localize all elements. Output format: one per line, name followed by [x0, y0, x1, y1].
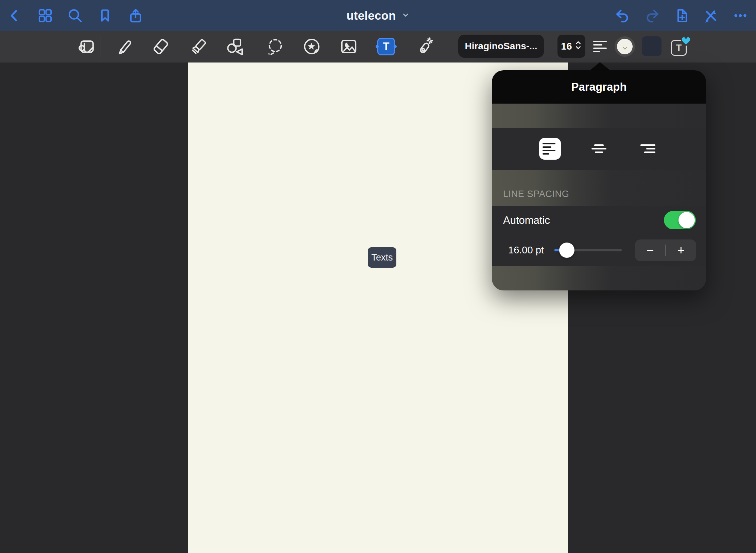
redo-icon	[644, 7, 660, 24]
text-tool-glyph: T	[383, 40, 390, 53]
toggle-knob	[678, 212, 695, 228]
add-page-icon	[674, 7, 690, 24]
share-button[interactable]	[126, 6, 145, 25]
popover-title: Paragraph	[571, 81, 626, 93]
text-tool-selected-box: T	[377, 38, 395, 55]
edit-mode-tool[interactable]	[76, 36, 96, 57]
elements-tool[interactable]	[302, 36, 322, 57]
top-navigation-bar: utelecon	[0, 0, 756, 31]
align-center-icon	[591, 144, 606, 153]
undo-icon	[614, 7, 631, 24]
bookmark-icon	[98, 8, 113, 23]
popover-header: Paragraph	[492, 70, 706, 104]
shapes-tool[interactable]	[225, 36, 245, 57]
undo-button[interactable]	[613, 6, 632, 25]
alignment-options-row	[492, 128, 706, 170]
image-icon	[339, 37, 359, 56]
paragraph-popover: Paragraph LINE SPACING Automatic 16.00 p…	[492, 70, 706, 290]
search-button[interactable]	[65, 6, 85, 25]
highlighter-tool[interactable]	[189, 36, 209, 57]
sticker-star-icon	[302, 37, 322, 56]
text-color-button[interactable]	[615, 36, 635, 57]
back-icon	[7, 8, 22, 23]
spacing-value: 16.00 pt	[508, 234, 544, 266]
line-spacing-slider-row: 16.00 pt − +	[492, 234, 706, 266]
share-icon	[127, 7, 144, 24]
editing-toolbar: T HiraginoSans-... 16 T	[0, 31, 756, 63]
pen-tool[interactable]	[114, 36, 134, 57]
favorite-text-style-button[interactable]: T	[671, 39, 688, 56]
page-title: utelecon	[346, 9, 396, 22]
font-name-button[interactable]: HiraginoSans-...	[458, 35, 544, 58]
paragraph-button[interactable]	[590, 36, 610, 57]
selected-text-object[interactable]: Texts	[368, 247, 396, 268]
lasso-tool[interactable]	[265, 36, 286, 57]
align-left-option[interactable]	[539, 138, 561, 160]
automatic-toggle[interactable]	[664, 211, 696, 229]
selection-handle-right	[394, 45, 397, 48]
lasso-icon	[265, 37, 285, 56]
chevron-down-icon	[622, 47, 628, 54]
laser-pointer-icon	[414, 37, 434, 56]
align-left-icon	[593, 41, 607, 52]
popover-arrow	[589, 62, 611, 71]
selection-handle-left	[376, 45, 379, 48]
selected-text-label: Texts	[371, 252, 393, 263]
align-right-option[interactable]	[637, 138, 659, 160]
popover-spacer-band	[492, 104, 706, 128]
line-spacing-section-band: LINE SPACING	[492, 170, 706, 206]
add-page-button[interactable]	[672, 6, 692, 25]
automatic-row: Automatic	[492, 206, 706, 234]
redo-button[interactable]	[642, 6, 662, 25]
align-right-icon	[640, 144, 655, 153]
bookmark-button[interactable]	[95, 6, 115, 25]
chevron-down-icon	[401, 11, 410, 20]
highlighter-icon	[189, 37, 209, 56]
toolbar-divider	[101, 36, 101, 57]
text-color-swatch	[617, 39, 633, 54]
back-button[interactable]	[5, 6, 24, 25]
document-title-menu[interactable]: utelecon	[346, 0, 410, 31]
font-size-value: 16	[561, 41, 572, 52]
inactive-color-swatch[interactable]	[642, 36, 662, 56]
popover-bottom-band	[492, 266, 706, 290]
font-name-label: HiraginoSans-...	[465, 41, 537, 52]
decrease-spacing-button[interactable]: −	[635, 239, 665, 261]
line-spacing-label: LINE SPACING	[503, 189, 569, 199]
edit-mode-icon	[76, 37, 96, 56]
automatic-label: Automatic	[503, 214, 550, 227]
more-button[interactable]	[731, 6, 750, 25]
font-size-stepper[interactable]: 16	[557, 35, 585, 58]
eraser-icon	[151, 37, 171, 56]
text-tool[interactable]: T	[376, 36, 396, 57]
shapes-icon	[225, 37, 245, 56]
align-center-option[interactable]	[588, 138, 610, 160]
image-tool[interactable]	[339, 36, 359, 57]
spacing-slider-thumb[interactable]	[559, 243, 574, 258]
search-icon	[67, 7, 83, 24]
laser-pointer-tool[interactable]	[414, 36, 434, 57]
stylus-toggle-button[interactable]	[701, 6, 721, 25]
pen-icon	[115, 37, 134, 56]
grid-icon	[37, 7, 53, 24]
align-left-icon	[543, 143, 557, 155]
more-icon	[733, 8, 748, 23]
increase-spacing-button[interactable]: +	[666, 239, 696, 261]
page-overview-button[interactable]	[35, 6, 55, 25]
eraser-tool[interactable]	[151, 36, 171, 57]
stylus-cross-icon	[703, 8, 719, 23]
stepper-chevrons-icon	[574, 40, 582, 53]
heart-icon	[680, 35, 692, 48]
spacing-stepper: − +	[635, 239, 696, 261]
